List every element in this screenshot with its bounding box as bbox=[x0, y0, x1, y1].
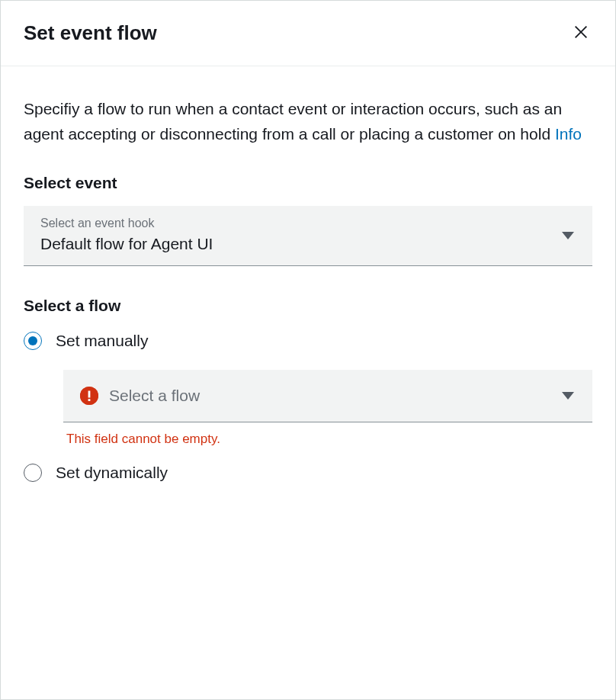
flow-select-placeholder: Select a flow bbox=[109, 387, 200, 405]
svg-marker-2 bbox=[562, 232, 574, 239]
set-event-flow-panel: Set event flow Specifiy a flow to run wh… bbox=[0, 0, 616, 700]
chevron-down-icon bbox=[562, 389, 574, 403]
chevron-down-icon bbox=[562, 229, 574, 242]
panel-description: Specifiy a flow to run when a contact ev… bbox=[24, 97, 592, 146]
radio-label-manual: Set manually bbox=[56, 332, 148, 350]
close-icon bbox=[573, 24, 589, 43]
select-flow-label: Select a flow bbox=[24, 297, 592, 315]
panel-header: Set event flow bbox=[1, 1, 615, 66]
select-event-label: Select event bbox=[24, 174, 592, 192]
description-text: Specifiy a flow to run when a contact ev… bbox=[24, 100, 562, 143]
panel-body: Specifiy a flow to run when a contact ev… bbox=[1, 66, 615, 522]
close-button[interactable] bbox=[569, 21, 592, 46]
radio-dot bbox=[28, 336, 37, 345]
radio-item-manual: Set manually Select a flow bbox=[24, 329, 592, 447]
event-hook-select[interactable]: Select an event hook Default flow for Ag… bbox=[24, 206, 592, 266]
manual-flow-section: Select a flow This field cannot be empty… bbox=[63, 370, 592, 447]
radio-icon bbox=[24, 332, 42, 350]
info-link[interactable]: Info bbox=[555, 125, 582, 143]
radio-item-dynamic: Set dynamically bbox=[24, 461, 592, 485]
radio-label-dynamic: Set dynamically bbox=[56, 464, 168, 482]
radio-set-dynamically[interactable]: Set dynamically bbox=[24, 461, 592, 485]
svg-rect-4 bbox=[88, 391, 91, 398]
event-hook-small-label: Select an event hook bbox=[40, 217, 576, 230]
panel-title: Set event flow bbox=[24, 21, 157, 45]
event-hook-value: Default flow for Agent UI bbox=[40, 235, 576, 253]
flow-select[interactable]: Select a flow bbox=[63, 370, 592, 422]
error-message: This field cannot be empty. bbox=[66, 432, 592, 447]
radio-set-manually[interactable]: Set manually bbox=[24, 329, 592, 353]
error-icon bbox=[80, 387, 98, 405]
svg-marker-6 bbox=[562, 392, 574, 400]
flow-mode-radio-group: Set manually Select a flow bbox=[24, 329, 592, 499]
svg-rect-5 bbox=[88, 399, 91, 401]
radio-icon bbox=[24, 464, 42, 482]
